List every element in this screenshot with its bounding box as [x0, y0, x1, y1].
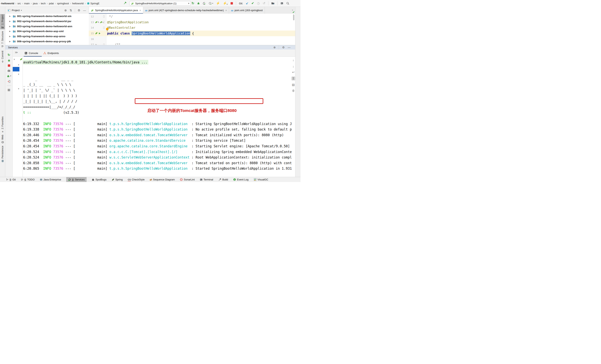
git-update-button[interactable]: ↙ [246, 2, 248, 5]
close-icon[interactable]: × [225, 9, 227, 12]
chevrons-icon[interactable]: >> [15, 51, 17, 54]
hide-panel-icon[interactable]: — [288, 46, 290, 49]
statusbar-java-enterprise[interactable]: Java Enterprise [40, 177, 61, 182]
project-panel-title[interactable]: Project [12, 9, 20, 12]
rerun-debug-button[interactable] [8, 59, 10, 62]
scroll-to-end-button[interactable]: ↧ [291, 77, 295, 80]
project-tree-row[interactable]: ▶005-spring-framework-demo-aop-anno [5, 34, 89, 39]
breadcrumb-item[interactable]: helloworld [72, 2, 84, 5]
chevron-right-icon[interactable]: ▶ [9, 40, 11, 42]
sidebar-tab-2-favorites[interactable]: ★2: Favorites [0, 116, 5, 134]
print-button[interactable]: ▤ [292, 83, 295, 86]
breadcrumb-item[interactable]: springboot [57, 2, 69, 5]
editor-line[interactable]: 15public class SpringBootHelloWorldAppli… [89, 30, 295, 36]
close-icon[interactable]: × [140, 9, 141, 12]
services-tree[interactable]: ▼ ▼ ▼ ▼ [13, 57, 23, 177]
tree-expand-icon[interactable]: ▼ [18, 64, 20, 66]
git-commit-button[interactable]: ✔ [251, 2, 254, 5]
editor-line[interactable]: 13@SpringBootApplication [89, 19, 295, 25]
statusbar-spring[interactable]: Spring [112, 177, 123, 182]
debug-button[interactable] [197, 2, 200, 5]
project-tree-row[interactable]: ▶003-spring-framework-demo-helloworld-an… [5, 24, 89, 29]
chevron-down-icon[interactable]: ▾ [21, 9, 22, 11]
fold-marker-icon[interactable] [103, 27, 105, 29]
editor-line[interactable]: 16 [89, 36, 295, 42]
tab-console[interactable]: Console [24, 52, 38, 55]
statusbar-checkstyle[interactable]: CSCheckStyle [128, 177, 145, 182]
tree-expand-icon[interactable]: ▼ [13, 58, 15, 60]
project-tree-row[interactable]: ▶004-spring-framework-demo-aop-xml [5, 29, 89, 34]
thread-dump-button[interactable] [8, 69, 10, 72]
clear-all-button[interactable] [292, 89, 295, 92]
terminal-run-button[interactable] [280, 2, 283, 5]
sidebar-tab-web[interactable]: Web [0, 134, 5, 144]
attach-profiler-button[interactable]: ⚡ [216, 2, 220, 5]
run-console[interactable]: avaVirtualMachines/jdk1.8.0_181.jdk/Cont… [23, 57, 292, 177]
collapse-all-icon[interactable]: ⇅ [70, 9, 72, 12]
git-rollback-button[interactable]: ↺ [263, 2, 265, 5]
search-everywhere-button[interactable] [286, 2, 289, 5]
tree-expand-icon[interactable]: ▼ [18, 73, 20, 75]
sidebar-tab-1-project[interactable]: 1: Project [0, 14, 5, 29]
breadcrumb-item[interactable]: main [24, 2, 30, 5]
editor-tab[interactable]: mpom.xml (163-springboot [229, 7, 265, 14]
gear-icon[interactable]: ⚙ [282, 46, 285, 49]
attach-debugger-button[interactable] [7, 75, 11, 77]
breadcrumb-item[interactable]: src [17, 2, 21, 5]
git-history-button[interactable]: ◷ [257, 2, 260, 5]
statusbar-terminal[interactable]: Terminal [200, 177, 213, 182]
scroll-down-button[interactable]: ↓ [293, 65, 294, 68]
project-tree-row[interactable]: ▶006-spring-framework-demo-aop-proxy-jdk [5, 39, 89, 44]
editor-code-area[interactable]: 12 */13@SpringBootApplication14@RestCont… [89, 14, 295, 45]
exit-button[interactable] [8, 80, 10, 83]
run-configuration-select[interactable]: SpringBootHelloWorldApplication (1) ▾ [129, 1, 191, 6]
editor-scrollbar[interactable] [293, 14, 294, 20]
scroll-up-button[interactable]: ↑ [293, 59, 294, 62]
breadcrumb-item[interactable]: tech [40, 2, 46, 5]
remote-host-button[interactable] [271, 2, 274, 5]
project-tree-row[interactable]: ▶002-spring-framework-demo-helloworld-ja… [5, 19, 89, 24]
chevron-right-icon[interactable]: ▶ [9, 30, 11, 32]
breadcrumb-item[interactable]: java [33, 2, 38, 5]
statusbar-sequence-diagram[interactable]: ⇄Sequence Diagram [150, 177, 175, 182]
attach-debugger-button[interactable]: ⚡ [223, 2, 228, 5]
soft-wrap-button[interactable]: ↩ [292, 70, 295, 74]
statusbar-6-todo[interactable]: 6: TODO [21, 177, 35, 182]
selected-tree-node[interactable] [13, 67, 20, 71]
editor-line[interactable]: 12 */ [89, 14, 295, 19]
statusbar-9-git[interactable]: 9: Git [6, 177, 16, 182]
fold-marker-icon[interactable] [103, 21, 105, 23]
services-panel-header[interactable]: Services ⊕ ⚙ — [5, 45, 295, 49]
intention-bulb-icon[interactable] [106, 28, 109, 30]
sidebar-tab-7-structure[interactable]: 7: Structure [0, 30, 5, 48]
project-tree-row[interactable]: ▶001-spring-framework-demo-helloworld-xm [5, 14, 89, 19]
stop-button[interactable] [8, 64, 10, 67]
editor-tab[interactable]: mpom.xml (427-springboot-demo-schedule-n… [143, 7, 229, 14]
chevron-right-icon[interactable]: ▶ [9, 25, 11, 27]
breadcrumb-item[interactable]: SpringE [90, 2, 100, 5]
editor-line[interactable]: 14@RestController [89, 25, 295, 30]
locate-icon[interactable]: ⊕ [273, 46, 276, 49]
build-hammer-icon[interactable] [123, 1, 127, 5]
stop-button[interactable] [230, 2, 233, 4]
editor-line[interactable]: 17 /** [89, 42, 295, 45]
show-dashboard-button[interactable]: ▦ [8, 88, 10, 91]
chevron-right-icon[interactable]: ▶ [9, 35, 11, 37]
sidebar-tab-commit[interactable]: Commit [0, 50, 5, 64]
sidebar-tab-persistence[interactable]: Persistence [0, 145, 5, 163]
chevron-right-icon[interactable]: ▶ [9, 15, 11, 17]
statusbar-event-log[interactable]: 1Event Log [233, 177, 249, 182]
hide-panel-icon[interactable]: — [83, 9, 86, 12]
gear-icon[interactable]: ⚙ [78, 9, 80, 12]
fold-marker-icon[interactable] [103, 15, 105, 18]
chevron-right-icon[interactable]: ▶ [9, 20, 11, 22]
fold-marker-icon[interactable] [103, 43, 105, 45]
locate-file-icon[interactable]: ⊕ [64, 9, 67, 12]
editor-tab[interactable]: SpringBootHelloWorldApplication.java× [89, 7, 143, 14]
rerun-button[interactable]: ↻ [191, 2, 194, 5]
breadcrumb-item[interactable]: -helloworld [0, 2, 14, 5]
run-with-coverage-button[interactable] [203, 2, 206, 5]
statusbar-spotbugs[interactable]: SpotBugs [92, 177, 106, 182]
tree-expand-icon[interactable]: ▼ [18, 88, 20, 90]
rerun-button[interactable]: ↻ [8, 53, 10, 57]
